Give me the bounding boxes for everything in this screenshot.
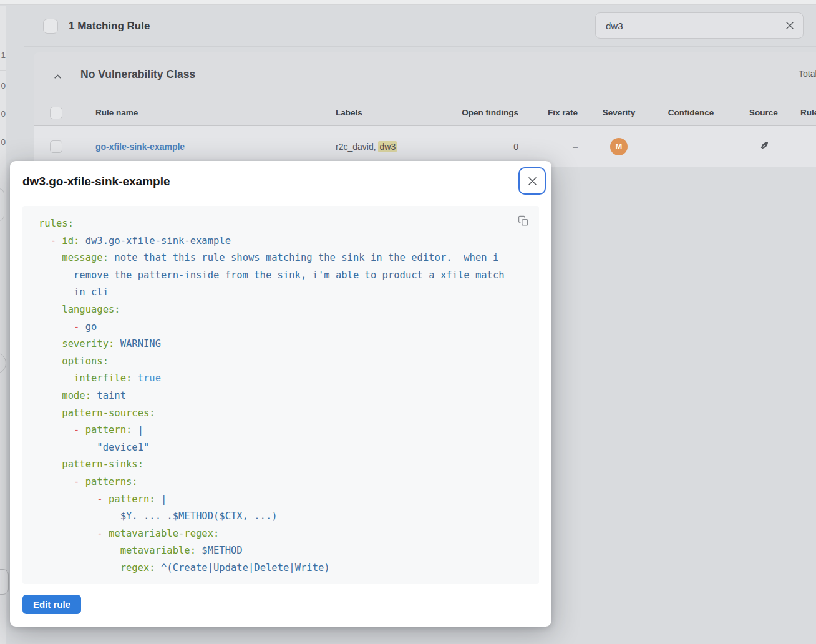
filter-count: 0 xyxy=(0,81,6,90)
table-header-row: Rule name Labels Open findings Fix rate … xyxy=(34,100,816,126)
select-all-checkbox[interactable] xyxy=(43,19,58,34)
rule-name-link[interactable]: go-xfile-sink-example xyxy=(95,142,185,152)
matching-rules-count: 1 Matching Rule xyxy=(69,20,150,32)
total-label: Total xyxy=(799,69,816,79)
divider xyxy=(0,99,6,99)
divider xyxy=(0,127,6,127)
row-checkbox[interactable] xyxy=(50,140,62,153)
modal-title: dw3.go-xfile-sink-example xyxy=(22,175,170,188)
clear-search-icon[interactable] xyxy=(784,19,796,32)
fix-rate-value: – xyxy=(523,142,583,152)
label-highlight: dw3 xyxy=(378,141,397,152)
column-header-severity[interactable]: Severity xyxy=(583,108,655,117)
source-cell xyxy=(727,140,800,153)
rule-labels: r2c_david, dw3 xyxy=(319,142,437,152)
filter-count: 1 xyxy=(0,51,6,60)
severity-badge: M xyxy=(610,138,628,155)
page-top-strip xyxy=(0,0,816,5)
rules-toolbar: 1 Matching Rule xyxy=(24,6,816,47)
rule-yaml-code[interactable]: rules: - id: dw3.go-xfile-sink-example m… xyxy=(39,215,523,577)
cut-off-button xyxy=(0,569,9,595)
rule-search xyxy=(595,12,804,39)
filter-count: 0 xyxy=(0,109,6,119)
chevron-up-icon xyxy=(52,71,63,82)
column-header-source[interactable]: Source xyxy=(727,108,800,117)
filter-sidebar-sliver: 1 0 0 0 xyxy=(0,6,6,644)
section-title: No Vulnerability Class xyxy=(80,68,195,81)
close-button[interactable] xyxy=(518,167,546,195)
filter-count: 0 xyxy=(0,137,6,147)
open-findings-value: 0 xyxy=(437,142,523,152)
search-input[interactable] xyxy=(595,12,804,39)
column-header-open-findings[interactable]: Open findings xyxy=(437,108,523,117)
column-header-rule-name[interactable]: Rule name xyxy=(79,108,319,117)
collapse-section-button[interactable] xyxy=(49,67,66,85)
label-text: r2c_david, xyxy=(336,142,378,152)
column-header-labels[interactable]: Labels xyxy=(319,108,437,117)
rule-yaml-viewer: rules: - id: dw3.go-xfile-sink-example m… xyxy=(22,206,539,584)
rule-detail-modal: dw3.go-xfile-sink-example rules: - id: d… xyxy=(10,161,551,627)
column-header-confidence[interactable]: Confidence xyxy=(655,108,727,117)
pen-nib-icon xyxy=(759,140,769,151)
vulnerability-class-section: No Vulnerability Class Total Rule name L… xyxy=(34,52,816,167)
column-header-rule[interactable]: Rule xyxy=(800,108,816,117)
column-header-fix-rate[interactable]: Fix rate xyxy=(523,108,583,117)
copy-icon xyxy=(518,215,529,227)
section-header: No Vulnerability Class Total xyxy=(34,52,816,100)
cut-off-panel xyxy=(0,188,4,221)
copy-code-button[interactable] xyxy=(517,214,530,228)
edit-rule-button[interactable]: Edit rule xyxy=(22,595,81,614)
close-icon xyxy=(527,175,538,187)
divider xyxy=(0,70,6,71)
cut-off-circle xyxy=(0,353,6,374)
select-group-checkbox[interactable] xyxy=(50,107,62,119)
